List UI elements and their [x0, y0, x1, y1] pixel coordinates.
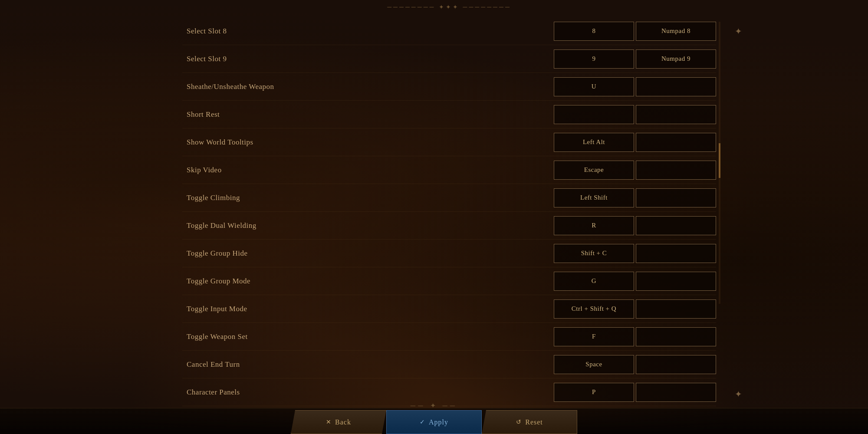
action-name: Select Slot 8 [182, 27, 554, 36]
primary-key-slot[interactable]: F [554, 327, 634, 346]
reset-label: Reset [525, 418, 543, 426]
compass-icon-top: ✦ [735, 26, 742, 36]
action-name: Short Rest [182, 110, 554, 119]
reset-icon: ↺ [516, 418, 522, 426]
primary-key-slot[interactable]: R [554, 216, 634, 235]
key-bindings: 8Numpad 8 [554, 22, 716, 41]
key-bindings: F [554, 327, 716, 346]
primary-key-slot[interactable]: Left Alt [554, 133, 634, 152]
scroll-thumb[interactable] [719, 143, 720, 178]
action-name: Toggle Group Mode [182, 277, 554, 286]
secondary-key-slot[interactable] [636, 355, 716, 374]
keybind-list: Select Slot 88Numpad 8Select Slot 99Nump… [182, 13, 716, 434]
secondary-key-slot[interactable] [636, 188, 716, 207]
key-bindings: P [554, 383, 716, 402]
action-name: Toggle Dual Wielding [182, 221, 554, 230]
key-bindings: Escape [554, 161, 716, 180]
keybind-row: Short Rest [182, 101, 716, 128]
secondary-key-slot[interactable] [636, 272, 716, 291]
secondary-key-slot[interactable] [636, 216, 716, 235]
primary-key-slot[interactable]: G [554, 272, 634, 291]
keybind-row: Toggle ClimbingLeft Shift [182, 184, 716, 212]
keybind-row: Select Slot 99Numpad 9 [182, 45, 716, 73]
primary-key-slot[interactable]: Escape [554, 161, 634, 180]
key-bindings: Left Shift [554, 188, 716, 207]
key-bindings: Left Alt [554, 133, 716, 152]
secondary-key-slot[interactable] [636, 383, 716, 402]
bottom-bar: ✕ Back ✓ Apply ↺ Reset [0, 408, 868, 434]
keybind-row: Show World TooltipsLeft Alt [182, 128, 716, 156]
key-bindings: G [554, 272, 716, 291]
key-bindings: R [554, 216, 716, 235]
key-bindings: Space [554, 355, 716, 374]
scroll-track[interactable] [719, 22, 720, 304]
action-name: Character Panels [182, 388, 554, 397]
primary-key-slot[interactable]: Space [554, 355, 634, 374]
key-bindings: U [554, 77, 716, 96]
primary-key-slot[interactable]: P [554, 383, 634, 402]
keybind-row: Toggle Dual WieldingR [182, 212, 716, 240]
action-name: Toggle Weapon Set [182, 332, 554, 341]
keybind-row: Skip VideoEscape [182, 156, 716, 184]
key-bindings: 9Numpad 9 [554, 49, 716, 69]
reset-button[interactable]: ↺ Reset [482, 410, 577, 434]
action-name: Toggle Input Mode [182, 305, 554, 313]
key-bindings: Ctrl + Shift + Q [554, 299, 716, 319]
key-bindings [554, 105, 716, 124]
secondary-key-slot[interactable] [636, 161, 716, 180]
primary-key-slot[interactable]: U [554, 77, 634, 96]
back-icon: ✕ [326, 418, 332, 426]
action-name: Cancel End Turn [182, 360, 554, 369]
secondary-key-slot[interactable] [636, 105, 716, 124]
secondary-key-slot[interactable]: Numpad 9 [636, 49, 716, 69]
back-button[interactable]: ✕ Back [291, 410, 386, 434]
secondary-key-slot[interactable] [636, 327, 716, 346]
apply-icon: ✓ [420, 418, 425, 426]
primary-key-slot[interactable]: 8 [554, 22, 634, 41]
secondary-key-slot[interactable] [636, 133, 716, 152]
primary-key-slot[interactable]: Left Shift [554, 188, 634, 207]
keybind-row: Cancel End TurnSpace [182, 351, 716, 378]
primary-key-slot[interactable]: Shift + C [554, 244, 634, 263]
secondary-key-slot[interactable] [636, 244, 716, 263]
secondary-key-slot[interactable]: Numpad 8 [636, 22, 716, 41]
compass-icon-bottom: ✦ [735, 389, 742, 399]
keybind-row: Toggle Weapon SetF [182, 323, 716, 351]
primary-key-slot[interactable] [554, 105, 634, 124]
primary-key-slot[interactable]: 9 [554, 49, 634, 69]
keybind-row: Toggle Group HideShift + C [182, 240, 716, 267]
keybind-row: Toggle Input ModeCtrl + Shift + Q [182, 295, 716, 323]
action-name: Toggle Group Hide [182, 249, 554, 258]
action-name: Show World Tooltips [182, 138, 554, 147]
secondary-key-slot[interactable] [636, 299, 716, 319]
keybind-row: Select Slot 88Numpad 8 [182, 17, 716, 45]
primary-key-slot[interactable]: Ctrl + Shift + Q [554, 299, 634, 319]
apply-label: Apply [429, 418, 448, 426]
keybind-row: Sheathe/Unsheathe WeaponU [182, 73, 716, 101]
apply-button[interactable]: ✓ Apply [386, 410, 482, 434]
action-name: Skip Video [182, 166, 554, 174]
action-name: Select Slot 9 [182, 55, 554, 63]
action-name: Sheathe/Unsheathe Weapon [182, 82, 554, 91]
key-bindings: Shift + C [554, 244, 716, 263]
back-label: Back [335, 418, 351, 426]
secondary-key-slot[interactable] [636, 77, 716, 96]
action-name: Toggle Climbing [182, 194, 554, 202]
keybind-row: Toggle Group ModeG [182, 267, 716, 295]
